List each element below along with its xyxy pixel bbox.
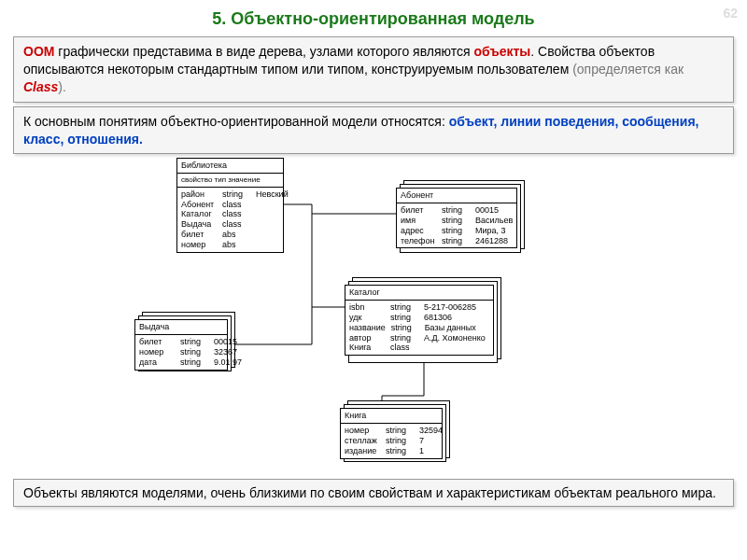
cell: Невский: [256, 189, 289, 200]
cell: string: [390, 302, 418, 313]
cell: телефон: [401, 236, 436, 246]
library-body: районstringНевский Абонентclass Каталогc…: [177, 188, 283, 252]
cell: билет: [401, 205, 436, 216]
main-title: 5. Объектно-ориентированная модель: [0, 0, 747, 33]
gray-close: ).: [58, 79, 66, 94]
cell: abs: [222, 240, 250, 250]
cell: string: [386, 426, 414, 436]
cell: издание: [345, 446, 380, 456]
cell: string: [390, 333, 418, 343]
cell: 32594: [419, 426, 443, 436]
cell: имя: [401, 216, 436, 226]
cell: string: [442, 226, 470, 236]
cell: 681306: [424, 313, 452, 323]
abonent-body: билетstring00015 имяstringВасильев адрес…: [397, 203, 516, 247]
cell: class: [222, 209, 250, 219]
cell: class: [390, 343, 418, 353]
vydacha-box: Выдача билетstring00015 номерstring32367…: [134, 319, 228, 370]
cell: билет: [139, 337, 175, 347]
cell: abs: [222, 230, 250, 240]
cell: string: [386, 436, 414, 446]
cell: 5-217-006285: [424, 302, 476, 313]
cell: билет: [181, 230, 217, 240]
cell: А.Д. Хомоненко: [424, 333, 486, 343]
cell: Абонент: [181, 200, 217, 210]
library-title: Библиотека: [177, 159, 283, 174]
cell: Книга: [349, 343, 385, 353]
cell: isbn: [349, 302, 385, 313]
intro-text-1: графически представима в виде дерева, уз…: [54, 44, 473, 59]
cell: название: [349, 323, 386, 333]
cell: автор: [349, 333, 385, 343]
footer-text: Объекты являются моделями, очень близким…: [23, 485, 716, 500]
cell: class: [222, 219, 250, 230]
book-box: Книга номерstring32594 стеллажstring7 из…: [340, 408, 443, 458]
cell: стеллаж: [345, 436, 380, 446]
cell: Каталог: [181, 209, 217, 219]
catalog-body: isbnstring5-217-006285 удкstring681306 н…: [345, 301, 493, 355]
concepts-text: К основным понятиям объектно-ориентирова…: [23, 114, 449, 129]
oom-label: ООМ: [23, 44, 54, 59]
objects-word: объекты: [473, 44, 530, 59]
cell: адрес: [401, 226, 436, 236]
abonent-title: Абонент: [397, 189, 516, 203]
footer-box: Объекты являются моделями, очень близким…: [13, 479, 734, 507]
cell: string: [180, 337, 208, 347]
cell: string: [390, 313, 418, 323]
cell: string: [386, 446, 414, 456]
cell: номер: [139, 347, 175, 357]
cell: 9.01.97: [214, 357, 242, 368]
gray-open: (определяется как: [572, 62, 684, 77]
cell: 2461288: [475, 236, 508, 246]
cell: 32367: [214, 347, 237, 357]
concepts-box: К основным понятиям объектно-ориентирова…: [13, 106, 734, 155]
cell: Мира, 3: [475, 226, 506, 236]
cell: string: [391, 323, 419, 333]
diagram-area: Библиотека свойство тип значение районst…: [13, 158, 734, 475]
cell: class: [222, 200, 250, 210]
library-box: Библиотека свойство тип значение районst…: [176, 158, 284, 252]
vydacha-title: Выдача: [135, 320, 227, 335]
intro-box: ООМ графически представима в виде дерева…: [13, 36, 734, 103]
abonent-box: Абонент билетstring00015 имяstringВасиль…: [396, 188, 517, 248]
book-title: Книга: [341, 409, 442, 424]
cell: 7: [419, 436, 424, 446]
cell: string: [442, 205, 470, 216]
cell: 00015: [214, 337, 237, 347]
catalog-box: Каталог isbnstring5-217-006285 удкstring…: [345, 285, 494, 356]
page-number: 62: [723, 6, 738, 21]
cell: Выдача: [181, 219, 217, 230]
cell: string: [180, 347, 208, 357]
cell: 00015: [475, 205, 499, 216]
book-body: номерstring32594 стеллажstring7 изданиеs…: [341, 424, 442, 457]
cell: 1: [419, 446, 424, 456]
cell: string: [442, 236, 470, 246]
catalog-title: Каталог: [345, 286, 493, 301]
cell: string: [442, 216, 470, 226]
cell: string: [180, 357, 208, 368]
cell: string: [222, 189, 250, 200]
cell: дата: [139, 357, 175, 368]
cell: Васильев: [475, 216, 513, 226]
cell: Базы данных: [425, 323, 476, 333]
cell: район: [181, 189, 217, 200]
vydacha-body: билетstring00015 номерstring32367 датаst…: [135, 335, 227, 369]
cell: номер: [345, 426, 380, 436]
cell: номер: [181, 240, 217, 250]
library-header: свойство тип значение: [177, 174, 283, 188]
class-word: Class: [23, 79, 58, 94]
cell: удк: [349, 313, 385, 323]
